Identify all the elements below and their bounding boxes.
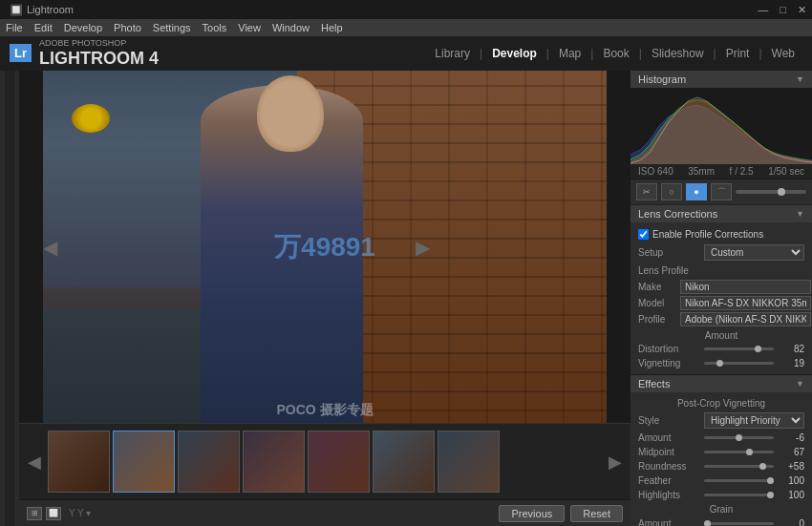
lens-correction-section: Lens Corrections ▼ Enable Profile Correc… <box>630 205 812 375</box>
prev-photo-button[interactable]: ◀ <box>43 236 57 259</box>
film-thumb-7[interactable] <box>438 431 500 493</box>
photo-image: 万49891 POCO 摄影专题 http://photo.poco.cn/ <box>43 71 607 423</box>
grain-amount-slider[interactable] <box>704 522 774 525</box>
next-photo-button[interactable]: ▶ <box>416 236 430 259</box>
film-thumb-1[interactable] <box>48 431 110 493</box>
crop-tool[interactable]: ✂ <box>636 183 657 200</box>
close-button[interactable]: ✕ <box>798 4 806 16</box>
film-thumb-3[interactable] <box>178 431 240 493</box>
menu-window[interactable]: Window <box>272 22 310 33</box>
make-row: Make <box>630 279 812 295</box>
histogram-chart <box>630 88 812 164</box>
vignetting-thumb <box>716 360 723 367</box>
menu-help[interactable]: Help <box>321 22 343 33</box>
effects-section: Effects ▼ Post-Crop Vignetting Style Hig… <box>630 375 812 526</box>
reset-button[interactable]: Reset <box>570 505 623 522</box>
profile-input[interactable] <box>680 312 811 326</box>
photo-watermark-poco: POCO 摄影专题 <box>276 402 373 419</box>
nav-develop[interactable]: Develop <box>484 43 545 64</box>
histogram-title: Histogram <box>638 74 686 85</box>
focal-value: 35mm <box>688 166 715 177</box>
distortion-slider[interactable] <box>704 347 774 350</box>
menu-photo[interactable]: Photo <box>114 22 141 33</box>
histogram-section: Histogram ▼ <box>630 71 812 179</box>
midpoint-row: Midpoint 67 <box>630 445 812 459</box>
work-area: 万49891 POCO 摄影专题 http://photo.poco.cn/ 实… <box>0 71 812 526</box>
film-thumb-4[interactable] <box>243 431 305 493</box>
right-panel: Histogram ▼ <box>630 71 812 526</box>
histogram-header[interactable]: Histogram ▼ <box>630 71 812 88</box>
feather-row: Feather 100 <box>630 473 812 488</box>
effects-amount-slider[interactable] <box>704 436 774 439</box>
grain-amount-thumb <box>704 520 711 526</box>
profile-row: Profile <box>630 311 812 327</box>
menu-view[interactable]: View <box>238 22 261 33</box>
highlights-slider[interactable] <box>704 494 774 496</box>
redeye-tool[interactable]: ● <box>686 183 707 200</box>
lr-badge: Lr <box>10 44 32 62</box>
setup-label: Setup <box>638 247 700 258</box>
menu-bar: File Edit Develop Photo Settings Tools V… <box>0 19 812 36</box>
app-body: Lr ADOBE PHOTOSHOP LIGHTROOM 4 Library |… <box>0 36 812 526</box>
roundness-thumb <box>759 463 766 470</box>
roundness-slider[interactable] <box>704 465 774 468</box>
feather-slider[interactable] <box>704 479 774 482</box>
menu-tools[interactable]: Tools <box>203 22 227 33</box>
effects-amount-label: Amount <box>638 432 700 443</box>
enable-profile-row: Enable Profile Corrections <box>630 226 812 242</box>
effects-chevron: ▼ <box>796 379 804 389</box>
nav-library[interactable]: Library <box>427 43 478 64</box>
grain-amount-value: 0 <box>778 518 804 526</box>
spot-tool[interactable]: ○ <box>661 183 682 200</box>
model-input[interactable] <box>680 296 811 310</box>
filmstrip-left-arrow[interactable]: ◀ <box>24 452 45 473</box>
enable-profile-checkbox[interactable] <box>638 229 649 240</box>
loupe-view-button[interactable]: ⬜ <box>46 507 61 520</box>
lr-logo: Lr ADOBE PHOTOSHOP LIGHTROOM 4 <box>10 38 159 69</box>
distortion-value: 82 <box>778 344 804 354</box>
minimize-button[interactable]: — <box>758 4 768 16</box>
midpoint-label: Midpoint <box>638 447 700 457</box>
lens-correction-header[interactable]: Lens Corrections ▼ <box>630 205 812 222</box>
midpoint-slider[interactable] <box>704 451 774 453</box>
grid-view-button[interactable]: ⊞ <box>27 507 42 520</box>
style-row: Style Highlight Priority <box>630 410 812 431</box>
model-label: Model <box>638 298 676 308</box>
enable-profile-label: Enable Profile Corrections <box>652 229 763 240</box>
nav-print[interactable]: Print <box>718 43 758 64</box>
film-thumb-2[interactable] <box>113 431 175 493</box>
setup-select[interactable]: Custom <box>704 244 804 261</box>
post-crop-label: Post-Crop Vignetting <box>630 396 812 410</box>
nav-slideshow[interactable]: Slideshow <box>644 43 712 64</box>
make-label: Make <box>638 282 676 292</box>
menu-file[interactable]: File <box>6 22 23 33</box>
model-row: Model <box>630 295 812 311</box>
nav-map[interactable]: Map <box>551 43 588 64</box>
menu-edit[interactable]: Edit <box>34 22 53 33</box>
previous-button[interactable]: Previous <box>499 505 565 522</box>
app-icon: 🔲 <box>10 4 23 16</box>
style-select[interactable]: Highlight Priority <box>704 412 804 429</box>
make-input[interactable] <box>680 280 811 294</box>
brush-tool[interactable]: ⌒ <box>711 183 732 200</box>
menu-develop[interactable]: Develop <box>64 22 102 33</box>
menu-settings[interactable]: Settings <box>153 22 191 33</box>
effects-header[interactable]: Effects ▼ <box>630 375 812 392</box>
tools-row: ✂ ○ ● ⌒ <box>630 179 812 205</box>
grain-amount-label: Amount <box>638 518 700 526</box>
nav-book[interactable]: Book <box>595 43 636 64</box>
tools-slider[interactable] <box>736 190 806 194</box>
filmstrip-right-arrow[interactable]: ▶ <box>605 452 626 473</box>
film-thumb-6[interactable] <box>373 431 435 493</box>
maximize-button[interactable]: □ <box>780 4 786 16</box>
roundness-row: Roundness +58 <box>630 459 812 473</box>
highlights-thumb <box>767 492 774 498</box>
lens-profile-label: Lens Profile <box>630 263 812 279</box>
photo-container[interactable]: 万49891 POCO 摄影专题 http://photo.poco.cn/ 实… <box>19 71 630 423</box>
bottom-right-buttons: Previous Reset <box>499 505 623 522</box>
nav-web[interactable]: Web <box>764 43 802 64</box>
style-label: Style <box>638 415 700 426</box>
film-thumb-5[interactable] <box>308 431 370 493</box>
photo-watermark: 万49891 <box>274 229 375 265</box>
vignetting-slider[interactable] <box>704 362 774 365</box>
